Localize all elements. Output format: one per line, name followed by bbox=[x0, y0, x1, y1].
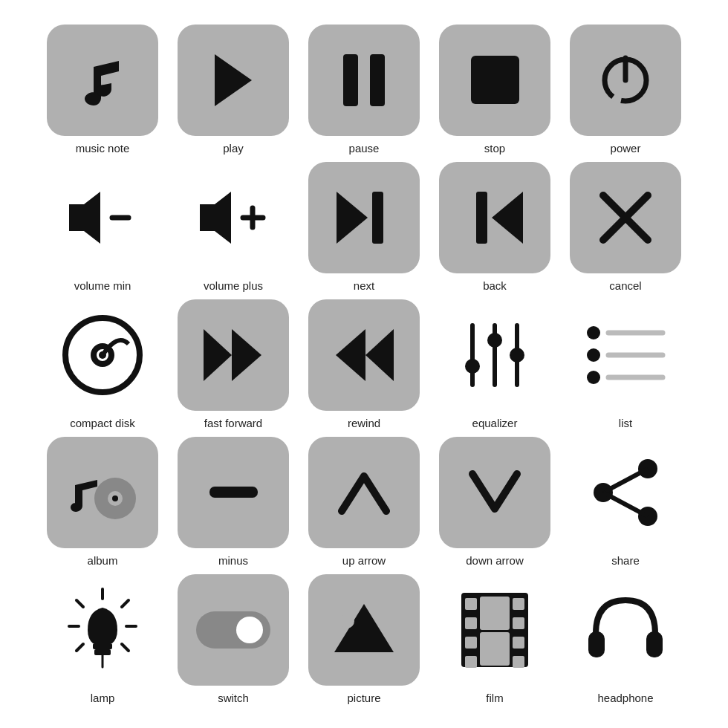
film-cell: film bbox=[429, 574, 560, 704]
film-box bbox=[439, 574, 550, 686]
volume-min-box bbox=[47, 162, 158, 273]
svg-line-44 bbox=[603, 469, 648, 493]
rewind-cell: rewind bbox=[299, 299, 429, 429]
svg-rect-1 bbox=[343, 54, 358, 106]
svg-point-35 bbox=[587, 371, 600, 384]
svg-marker-0 bbox=[215, 54, 252, 106]
svg-rect-3 bbox=[471, 56, 519, 104]
stop-label: stop bbox=[484, 142, 505, 155]
headphone-cell: headphone bbox=[560, 574, 691, 704]
cancel-cell: cancel bbox=[560, 162, 691, 292]
play-cell: play bbox=[168, 25, 299, 155]
film-icon bbox=[458, 589, 532, 671]
down-arrow-box bbox=[439, 437, 550, 548]
down-arrow-icon bbox=[469, 470, 521, 515]
svg-marker-22 bbox=[232, 329, 261, 381]
svg-point-33 bbox=[587, 348, 600, 362]
minus-cell: minus bbox=[168, 437, 299, 567]
fast-forward-box bbox=[178, 299, 289, 411]
next-icon bbox=[337, 192, 392, 244]
fast-forward-icon bbox=[204, 329, 263, 381]
stop-box bbox=[439, 25, 550, 136]
volume-min-cell: volume min bbox=[37, 162, 168, 292]
list-box bbox=[570, 299, 681, 411]
svg-marker-24 bbox=[336, 329, 365, 381]
equalizer-cell: equalizer bbox=[429, 299, 560, 429]
svg-line-45 bbox=[603, 493, 648, 516]
compact-disk-label: compact disk bbox=[70, 417, 135, 429]
svg-rect-15 bbox=[476, 192, 487, 244]
minus-box bbox=[178, 437, 289, 548]
svg-rect-13 bbox=[372, 192, 383, 244]
list-cell: list bbox=[560, 299, 691, 429]
lamp-box bbox=[47, 574, 158, 686]
svg-marker-9 bbox=[200, 192, 231, 244]
switch-cell: switch bbox=[168, 574, 299, 704]
picture-icon bbox=[331, 600, 397, 660]
compact-disk-icon bbox=[62, 314, 143, 396]
svg-marker-7 bbox=[69, 192, 100, 244]
switch-label: switch bbox=[218, 692, 249, 704]
pause-cell: pause bbox=[299, 25, 429, 155]
svg-line-51 bbox=[77, 644, 83, 651]
svg-rect-65 bbox=[513, 598, 524, 610]
cancel-box bbox=[570, 162, 681, 273]
share-cell: share bbox=[560, 437, 691, 567]
stop-icon bbox=[471, 56, 519, 104]
svg-rect-67 bbox=[513, 637, 524, 649]
svg-line-52 bbox=[122, 644, 129, 651]
power-box bbox=[570, 25, 681, 136]
switch-icon bbox=[196, 611, 270, 649]
album-icon bbox=[69, 463, 136, 522]
svg-marker-58 bbox=[334, 604, 394, 652]
svg-point-39 bbox=[112, 495, 118, 501]
icon-grid: music note play pause stop bbox=[22, 10, 706, 719]
music-note-label: music note bbox=[76, 142, 130, 155]
power-icon bbox=[599, 54, 651, 106]
svg-marker-14 bbox=[492, 192, 523, 244]
back-box bbox=[439, 162, 550, 273]
volume-plus-cell: volume plus bbox=[168, 162, 299, 292]
svg-marker-23 bbox=[365, 329, 394, 381]
svg-rect-64 bbox=[465, 656, 477, 668]
back-cell: back bbox=[429, 162, 560, 292]
rewind-label: rewind bbox=[348, 417, 380, 429]
svg-rect-2 bbox=[370, 54, 385, 106]
svg-point-26 bbox=[465, 359, 480, 374]
pause-label: pause bbox=[349, 142, 380, 155]
svg-point-30 bbox=[510, 348, 524, 363]
up-arrow-cell: up arrow bbox=[299, 437, 429, 567]
minus-label: minus bbox=[218, 554, 248, 567]
next-label: next bbox=[354, 279, 374, 292]
play-label: play bbox=[223, 142, 244, 155]
album-box bbox=[47, 437, 158, 548]
picture-label: picture bbox=[347, 692, 380, 704]
equalizer-box bbox=[439, 299, 550, 411]
up-arrow-box bbox=[308, 437, 420, 548]
svg-point-28 bbox=[487, 333, 502, 348]
back-icon bbox=[467, 192, 523, 244]
svg-rect-69 bbox=[480, 597, 510, 630]
svg-rect-61 bbox=[465, 598, 477, 610]
picture-box bbox=[308, 574, 420, 686]
compact-disk-cell: compact disk bbox=[37, 299, 168, 429]
list-icon bbox=[585, 322, 666, 389]
down-arrow-cell: down arrow bbox=[429, 437, 560, 567]
equalizer-label: equalizer bbox=[472, 417, 518, 429]
album-label: album bbox=[88, 554, 118, 567]
switch-box bbox=[178, 574, 289, 686]
pause-box bbox=[308, 25, 420, 136]
svg-rect-40 bbox=[209, 487, 258, 498]
svg-rect-68 bbox=[513, 656, 524, 668]
music-note-icon bbox=[73, 51, 132, 110]
pause-icon bbox=[342, 54, 386, 106]
back-label: back bbox=[483, 279, 507, 292]
volume-plus-box bbox=[178, 162, 289, 273]
svg-rect-70 bbox=[480, 632, 510, 666]
volume-min-icon bbox=[62, 188, 143, 247]
lamp-icon bbox=[62, 585, 143, 675]
lamp-cell: lamp bbox=[37, 574, 168, 704]
power-label: power bbox=[611, 142, 641, 155]
svg-rect-72 bbox=[646, 631, 663, 657]
svg-point-59 bbox=[339, 614, 354, 628]
